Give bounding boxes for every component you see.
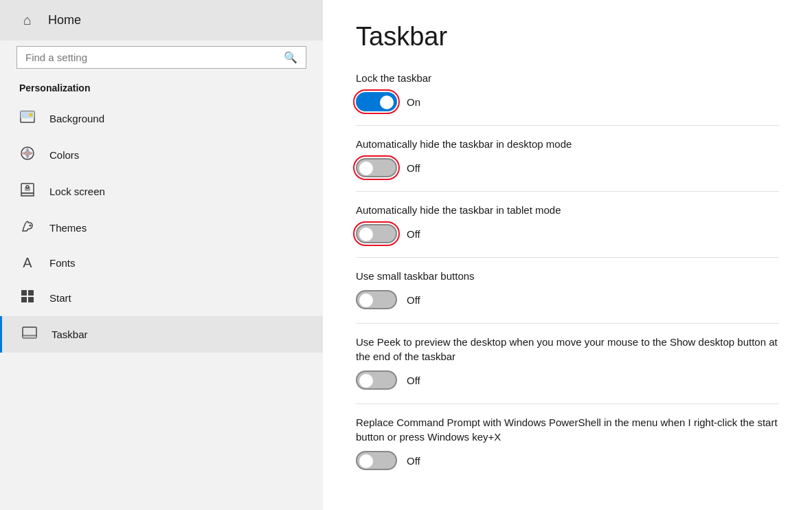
toggle-knob-replace-cmd [359,454,373,468]
toggle-auto-hide-desktop[interactable] [356,158,397,177]
sidebar-item-taskbar[interactable]: Taskbar [0,316,323,353]
sidebar-item-label-start: Start [49,292,71,304]
setting-auto-hide-desktop: Automatically hide the taskbar in deskto… [356,137,779,177]
toggle-status-lock-taskbar: On [407,96,420,108]
svg-rect-6 [25,187,30,191]
background-icon [19,109,36,128]
toggle-knob-auto-hide-desktop [359,162,373,175]
svg-rect-11 [21,297,27,302]
setting-label-small-buttons: Use small taskbar buttons [356,269,779,283]
toggle-knob-small-buttons [359,293,373,307]
sidebar-item-fonts[interactable]: A Fonts [0,246,323,280]
svg-point-2 [30,113,33,117]
toggle-status-auto-hide-desktop: Off [407,162,420,174]
sidebar-item-label-fonts: Fonts [49,257,76,269]
search-icon: 🔍 [284,51,297,64]
divider-1 [356,125,779,126]
divider-5 [356,403,779,404]
svg-point-8 [30,225,32,227]
toggle-status-peek-preview: Off [407,375,420,386]
home-icon: ⌂ [19,12,36,28]
toggle-row-lock-taskbar: On [356,92,779,111]
sidebar-item-colors[interactable]: Colors [0,137,323,173]
toggle-row-peek-preview: Off [356,370,779,390]
toggle-small-buttons[interactable] [356,290,397,309]
search-input[interactable] [25,52,284,63]
sidebar: ⌂ Home 🔍 Personalization Background Colo… [0,0,323,510]
toggle-peek-preview[interactable] [356,370,397,390]
sidebar-item-themes[interactable]: Themes [0,210,323,246]
setting-peek-preview: Use Peek to preview the desktop when you… [356,335,779,390]
toggle-status-replace-cmd: Off [407,455,420,467]
fonts-icon: A [19,255,36,271]
toggle-knob-peek-preview [359,374,373,388]
sidebar-item-label-background: Background [49,113,104,124]
setting-label-auto-hide-desktop: Automatically hide the taskbar in deskto… [356,137,779,151]
toggle-auto-hide-tablet[interactable] [356,224,397,243]
toggle-status-small-buttons: Off [407,294,420,306]
setting-auto-hide-tablet: Automatically hide the taskbar in tablet… [356,203,779,243]
toggle-replace-cmd[interactable] [356,451,397,470]
divider-4 [356,323,779,324]
toggle-knob-auto-hide-tablet [359,228,373,241]
sidebar-item-background[interactable]: Background [0,100,323,137]
svg-rect-12 [28,297,34,302]
main-content: Taskbar Lock the taskbar On Automaticall… [323,0,812,510]
toggle-lock-taskbar[interactable] [356,92,397,111]
sidebar-section-title: Personalization [0,80,323,100]
colors-icon [19,146,36,164]
themes-icon [19,219,36,237]
start-icon [19,289,36,307]
divider-3 [356,257,779,258]
setting-lock-taskbar: Lock the taskbar On [356,71,779,111]
setting-label-replace-cmd: Replace Command Prompt with Windows Powe… [356,415,779,444]
toggle-row-replace-cmd: Off [356,451,779,470]
sidebar-item-lock-screen[interactable]: Lock screen [0,173,323,210]
setting-replace-cmd: Replace Command Prompt with Windows Powe… [356,415,779,470]
toggle-status-auto-hide-tablet: Off [407,228,420,240]
page-title: Taskbar [356,22,779,52]
svg-rect-14 [23,335,36,338]
setting-label-peek-preview: Use Peek to preview the desktop when you… [356,335,779,364]
sidebar-item-label-lock-screen: Lock screen [49,186,105,197]
sidebar-home-button[interactable]: ⌂ Home [0,0,323,41]
search-box[interactable]: 🔍 [16,46,306,69]
setting-label-auto-hide-tablet: Automatically hide the taskbar in tablet… [356,203,779,217]
toggle-knob-lock-taskbar [380,96,394,109]
setting-label-lock-taskbar: Lock the taskbar [356,71,779,85]
setting-small-buttons: Use small taskbar buttons Off [356,269,779,309]
sidebar-item-label-themes: Themes [49,222,87,234]
svg-rect-5 [21,193,34,196]
sidebar-item-label-colors: Colors [49,149,79,161]
sidebar-home-label: Home [48,13,81,27]
svg-rect-9 [21,290,27,296]
toggle-row-auto-hide-desktop: Off [356,158,779,177]
svg-rect-10 [28,290,34,296]
sidebar-item-start[interactable]: Start [0,280,323,316]
lock-screen-icon [19,182,36,201]
toggle-row-small-buttons: Off [356,290,779,309]
taskbar-icon [21,325,38,344]
toggle-row-auto-hide-tablet: Off [356,224,779,243]
divider-2 [356,191,779,192]
sidebar-item-label-taskbar: Taskbar [52,329,88,340]
